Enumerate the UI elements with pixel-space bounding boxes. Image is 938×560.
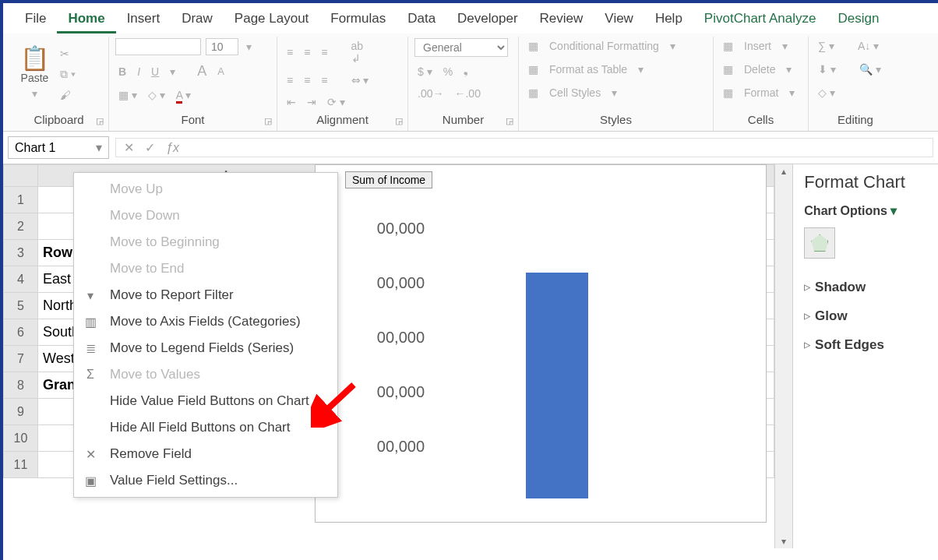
row-header[interactable]: 11	[4, 452, 38, 478]
tab-home[interactable]: Home	[57, 8, 115, 33]
grow-font-button[interactable]: A	[194, 62, 210, 81]
tab-insert[interactable]: Insert	[116, 8, 171, 33]
vertical-scrollbar[interactable]: ▴ ▾	[774, 164, 792, 548]
font-size-combo[interactable]	[206, 38, 238, 55]
section-shadow[interactable]: Shadow	[804, 273, 938, 301]
menu-move-values: ΣMove to Values	[74, 361, 337, 388]
comma-button[interactable]: ❟	[460, 63, 471, 79]
fill-icon[interactable]: ⬇ ▾	[815, 62, 839, 77]
align-middle-icon[interactable]: ≡	[301, 44, 313, 60]
delete-cells-button[interactable]: ▦Delete▾	[720, 62, 795, 77]
name-box[interactable]: Chart 1▾	[8, 136, 109, 159]
formula-input[interactable]	[190, 141, 925, 155]
menu-move-report-filter[interactable]: ▾Move to Report Filter	[74, 282, 337, 308]
menu-value-field-settings[interactable]: ▣Value Field Settings...	[74, 467, 337, 494]
percent-button[interactable]: %	[440, 64, 456, 79]
italic-button[interactable]: I	[134, 64, 143, 79]
close-icon: ✕	[82, 447, 99, 462]
row-header[interactable]: 10	[4, 425, 38, 452]
chevron-down-icon[interactable]: ▾	[167, 64, 178, 79]
underline-button[interactable]: U	[148, 64, 162, 79]
tab-page-layout[interactable]: Page Layout	[224, 8, 319, 33]
increase-indent-icon[interactable]: ⇥	[304, 94, 319, 110]
section-soft-edges[interactable]: Soft Edges	[804, 330, 938, 359]
menu-move-legend-fields[interactable]: ≣Move to Legend Fields (Series)	[74, 335, 337, 361]
dialog-launcher-icon[interactable]: ◲	[395, 116, 403, 126]
menu-remove-field[interactable]: ✕Remove Field	[74, 441, 337, 467]
row-header[interactable]: 9	[4, 399, 38, 425]
align-center-icon[interactable]: ≡	[301, 72, 313, 88]
sort-filter-icon[interactable]: A↓ ▾	[855, 38, 882, 54]
tab-file[interactable]: File	[14, 8, 57, 33]
menu-move-axis-fields[interactable]: ▥Move to Axis Fields (Categories)	[74, 308, 337, 335]
row-header[interactable]: 8	[4, 372, 38, 399]
tab-data[interactable]: Data	[397, 8, 446, 33]
cut-icon[interactable]: ✂	[57, 46, 79, 62]
chevron-down-icon[interactable]: ▾	[243, 39, 255, 55]
borders-button[interactable]: ▦ ▾	[115, 87, 140, 103]
menu-hide-all-field-buttons[interactable]: Hide All Field Buttons on Chart	[74, 414, 337, 441]
find-icon[interactable]: 🔍 ▾	[856, 62, 884, 77]
increase-decimal-button[interactable]: .00→	[414, 86, 446, 101]
font-color-button[interactable]: A ▾	[173, 87, 194, 103]
effects-tab-button[interactable]	[804, 227, 835, 259]
fx-icon[interactable]: ƒx	[166, 141, 179, 155]
row-header[interactable]: 7	[4, 346, 38, 372]
tab-developer[interactable]: Developer	[446, 8, 529, 33]
insert-cells-button[interactable]: ▦Insert▾	[720, 38, 791, 54]
tab-draw[interactable]: Draw	[171, 8, 224, 33]
number-format-combo[interactable]: General	[414, 38, 508, 57]
tab-review[interactable]: Review	[529, 8, 594, 33]
clear-icon[interactable]: ◇ ▾	[815, 85, 838, 100]
row-header[interactable]: 6	[4, 319, 38, 346]
pivot-chart[interactable]: Sum of Income 00,000 00,000 00,000 00,00…	[315, 164, 767, 523]
dialog-launcher-icon[interactable]: ◲	[264, 116, 272, 126]
decrease-indent-icon[interactable]: ⇤	[284, 94, 299, 110]
format-as-table-button[interactable]: ▦Format as Table▾	[525, 62, 647, 77]
align-right-icon[interactable]: ≡	[318, 72, 330, 88]
scroll-up-icon[interactable]: ▴	[775, 166, 792, 177]
cell-styles-button[interactable]: ▦Cell Styles▾	[525, 85, 620, 100]
tab-formulas[interactable]: Formulas	[319, 8, 397, 33]
tab-design[interactable]: Design	[827, 8, 890, 33]
tab-pivotchart-analyze[interactable]: PivotChart Analyze	[693, 8, 827, 33]
chart-bar[interactable]	[526, 273, 588, 498]
decrease-decimal-button[interactable]: ←.00	[451, 86, 483, 101]
chart-options-dropdown[interactable]: Chart Options ▾	[804, 203, 938, 218]
row-header[interactable]: 2	[4, 213, 38, 240]
wrap-text-icon[interactable]: ab↲	[348, 38, 367, 66]
orientation-icon[interactable]: ⟳ ▾	[324, 94, 348, 110]
merge-center-icon[interactable]: ⇔ ▾	[348, 72, 372, 88]
shrink-font-button[interactable]: A	[214, 64, 227, 79]
align-bottom-icon[interactable]: ≡	[318, 44, 330, 60]
tab-help[interactable]: Help	[644, 8, 693, 33]
chart-field-button[interactable]: Sum of Income	[345, 171, 432, 188]
bold-button[interactable]: B	[115, 64, 129, 79]
cancel-icon[interactable]: ✕	[124, 140, 134, 155]
align-top-icon[interactable]: ≡	[284, 44, 296, 60]
enter-icon[interactable]: ✓	[145, 140, 155, 155]
worksheet-grid[interactable]: A B C D E F G 1 2 3Row La 4East 5North 6…	[3, 164, 774, 548]
tab-view[interactable]: View	[594, 8, 644, 33]
dialog-launcher-icon[interactable]: ◲	[96, 116, 104, 126]
format-painter-icon[interactable]: 🖌	[57, 87, 79, 103]
dialog-launcher-icon[interactable]: ◲	[506, 116, 513, 126]
menu-hide-value-field-buttons[interactable]: Hide Value Field Buttons on Chart	[74, 388, 337, 414]
paste-button[interactable]: 📋 Paste ▾	[16, 45, 54, 103]
font-name-combo[interactable]	[115, 38, 201, 55]
section-glow[interactable]: Glow	[804, 301, 938, 330]
format-cells-button[interactable]: ▦Format▾	[720, 85, 798, 100]
autosum-icon[interactable]: ∑ ▾	[815, 38, 838, 54]
select-all-corner[interactable]	[4, 165, 38, 187]
row-header[interactable]: 5	[4, 293, 38, 319]
row-header[interactable]: 1	[4, 187, 38, 213]
copy-icon[interactable]: ⧉ ▾	[57, 66, 79, 83]
row-header[interactable]: 4	[4, 266, 38, 293]
scroll-down-icon[interactable]: ▾	[775, 536, 792, 547]
currency-button[interactable]: $ ▾	[414, 64, 436, 79]
fill-color-button[interactable]: ◇ ▾	[145, 87, 168, 103]
conditional-formatting-button[interactable]: ▦Conditional Formatting▾	[525, 38, 679, 54]
align-left-icon[interactable]: ≡	[284, 72, 296, 88]
group-number: General $ ▾ % ❟ .00→ ←.00 Number◲	[408, 37, 519, 131]
row-header[interactable]: 3	[4, 240, 38, 266]
